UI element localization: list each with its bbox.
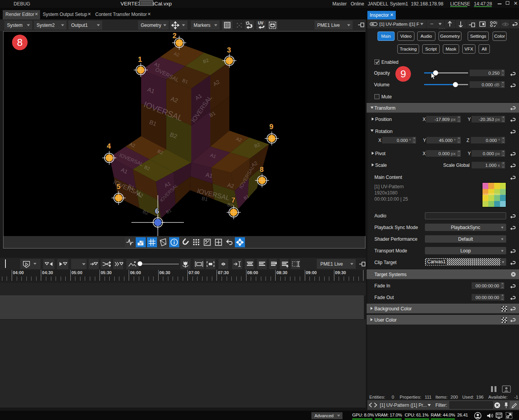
svg-text:5: 5 — [117, 183, 121, 191]
svg-text:8: 8 — [17, 37, 23, 48]
svg-text:2: 2 — [173, 32, 176, 40]
svg-text:9: 9 — [269, 123, 273, 131]
svg-text:6: 6 — [155, 207, 159, 215]
svg-text:8: 8 — [260, 166, 264, 173]
svg-text:4: 4 — [107, 142, 111, 150]
svg-text:1: 1 — [138, 56, 142, 63]
svg-text:3: 3 — [227, 46, 231, 54]
svg-text:7: 7 — [231, 196, 235, 204]
svg-text:UV: UV — [258, 21, 264, 25]
